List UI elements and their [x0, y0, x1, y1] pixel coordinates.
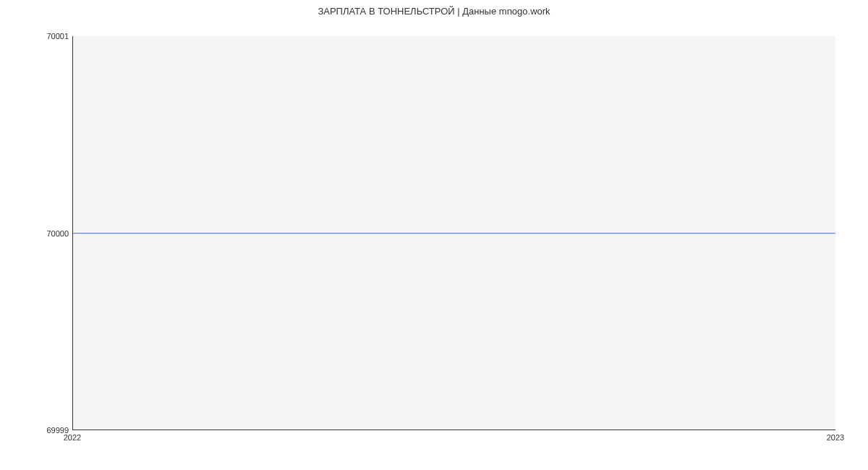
chart-container: ЗАРПЛАТА В ТОННЕЛЬСТРОЙ | Данные mnogo.w… [0, 0, 868, 470]
y-tick-label-top: 70001 [33, 33, 69, 40]
y-tick-label-mid: 70000 [33, 230, 69, 238]
chart-title: ЗАРПЛАТА В ТОННЕЛЬСТРОЙ | Данные mnogo.w… [0, 6, 868, 17]
x-tick-label-left: 2022 [61, 434, 83, 442]
plot-area [72, 36, 835, 430]
x-tick-label-right: 2023 [825, 434, 846, 442]
data-line [73, 233, 835, 234]
